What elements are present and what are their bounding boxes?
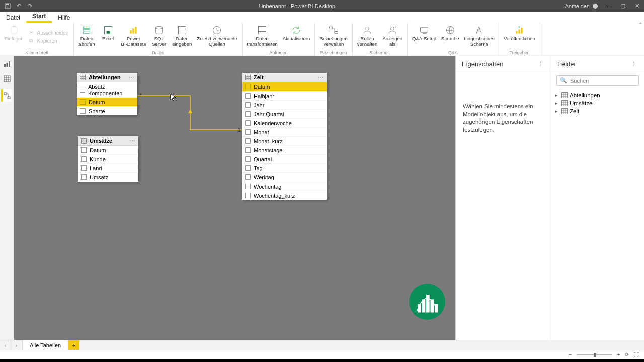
fields-table-node[interactable]: ▸Abteilungen [554,91,641,99]
table-field[interactable]: Monatstage [242,146,327,155]
table-icon [561,92,568,98]
ribbon-group-queries: Daten transformieren Aktualisieren Abfra… [243,23,315,56]
fields-table-node[interactable]: ▸Zeit [554,107,641,115]
sql-server-button[interactable]: SQL Server [149,24,169,50]
table-field[interactable]: Wochentag_kurz [242,191,327,200]
table-field[interactable]: Datum [242,82,327,92]
table-field[interactable]: Tag [242,164,327,173]
excel-button[interactable]: Excel [99,24,118,50]
publish-icon [514,25,525,36]
table-card-umsaetze[interactable]: Umsätze ··· DatumKundeLandUmsatz [78,136,138,182]
linguistic-schema-button[interactable]: Linguistisches Schema [462,24,496,50]
table-field[interactable]: Datum [77,98,137,107]
language-button[interactable]: Sprache [440,24,460,50]
pbi-datasets-button[interactable]: Power BI-Datasets [120,24,148,50]
page-nav-prev[interactable]: ‹ [0,340,11,350]
table-field[interactable]: Umsatz [78,173,138,182]
model-canvas[interactable]: * 1 Abteilungen ··· Absatz KomponentenDa… [14,56,455,340]
tab-help[interactable]: Hilfe [52,13,76,23]
svg-rect-26 [4,93,7,95]
svg-rect-23 [6,63,8,67]
zoom-slider[interactable] [577,354,612,355]
fields-pane-header[interactable]: Felder 〉 [551,56,644,72]
refresh-button[interactable]: Aktualisieren [281,24,311,50]
status-bar: − + ⟳ ⛶ [0,350,644,359]
page-nav-next[interactable]: › [11,340,22,350]
table-field[interactable]: Monat [242,128,327,137]
table-field[interactable]: Datum [78,146,138,155]
tab-file[interactable]: Datei [0,13,26,23]
undo-icon[interactable]: ↶ [15,3,22,10]
table-field[interactable]: Quartal [242,155,327,164]
table-card-abteilungen[interactable]: Abteilungen ··· Absatz KomponentenDatumS… [77,73,137,115]
table-header[interactable]: Zeit ··· [242,73,327,82]
qa-setup-button[interactable]: Q&A-Setup [411,24,438,50]
zoom-out-button[interactable]: − [569,352,572,357]
fullscreen-button[interactable]: ⛶ [634,352,639,357]
add-page-button[interactable]: + [68,340,79,350]
get-data-button[interactable]: Daten abrufen [77,24,96,50]
scissors-icon: ✂ [29,30,35,36]
table-field[interactable]: Kalenderwoche [242,119,327,128]
table-field[interactable]: Monat_kurz [242,137,327,146]
table-field[interactable]: Land [78,164,138,173]
publish-button[interactable]: Veröffentlichen [502,24,537,50]
field-icon [80,87,85,93]
chevron-right-icon[interactable]: 〉 [539,60,545,68]
enter-data-button[interactable]: Daten eingeben [171,24,193,50]
fields-table-node[interactable]: ▸Umsätze [554,99,641,107]
recent-sources-button[interactable]: Zuletzt verwendete Quellen [195,24,238,50]
tab-home[interactable]: Start [26,11,52,23]
table-field[interactable]: Sparte [77,107,137,115]
table-field[interactable]: Halbjahr [242,92,327,101]
transform-data-button[interactable]: Daten transformieren [246,24,279,50]
table-menu-button[interactable]: ··· [129,75,134,80]
cut-button[interactable]: ✂Ausschneiden [27,29,71,36]
field-icon [245,120,251,126]
table-header[interactable]: Umsätze ··· [78,136,138,146]
collapse-ribbon-button[interactable]: ⌃ [638,22,642,27]
data-view-button[interactable] [3,74,12,83]
copy-button[interactable]: ⧉Kopieren [27,37,71,44]
table-field[interactable]: Wochentag [242,182,327,191]
table-field[interactable]: Werktag [242,173,327,182]
field-icon [245,138,251,144]
zoom-in-button[interactable]: + [617,352,620,357]
fields-search-input[interactable]: 🔍 Suchen [556,75,639,86]
table-field[interactable]: Kunde [78,155,138,164]
table-field[interactable]: Absatz Komponenten [77,82,137,98]
svg-rect-31 [245,75,250,80]
view-as-button[interactable]: Anzeigen als [381,24,404,50]
table-menu-button[interactable]: ··· [130,138,135,144]
paste-button[interactable]: Einfügen [3,24,25,50]
table-header[interactable]: Abteilungen ··· [77,73,137,82]
table-menu-button[interactable]: ··· [318,75,324,80]
close-button[interactable]: ✕ [630,0,644,12]
redo-icon[interactable]: ↷ [26,3,33,10]
save-icon[interactable] [4,3,11,10]
fields-pane: Felder 〉 🔍 Suchen ▸Abteilungen▸Umsätze▸Z… [551,56,644,340]
ribbon-group-clipboard: Einfügen ✂Ausschneiden ⧉Kopieren Klemmbr… [0,23,74,56]
manage-roles-button[interactable]: Rollen verwalten [356,24,379,50]
minimize-button[interactable]: — [602,0,616,12]
ribbon-group-security: Rollen verwalten Anzeigen als Sicherheit [353,23,408,56]
language-icon [445,25,456,36]
field-icon [80,108,86,114]
fit-to-page-button[interactable]: ⟳ [625,352,629,357]
page-tab-all-tables[interactable]: Alle Tabellen [22,340,68,350]
sign-in-button[interactable]: Anmelden [560,3,602,9]
svg-rect-2 [11,27,17,34]
svg-rect-29 [80,75,85,80]
manage-relationships-button[interactable]: Beziehungen verwalten [318,24,349,50]
chevron-right-icon[interactable]: 〉 [632,60,638,68]
svg-rect-14 [335,32,338,34]
maximize-button[interactable]: ▢ [616,0,630,12]
enter-data-icon [177,25,188,36]
table-field[interactable]: Jahr Quartal [242,110,327,119]
report-view-button[interactable] [3,59,12,68]
search-icon: 🔍 [560,77,567,84]
model-view-button[interactable] [1,89,12,102]
properties-pane-header[interactable]: Eigenschaften 〉 [456,56,551,72]
table-card-zeit[interactable]: Zeit ··· DatumHalbjahrJahrJahr QuartalKa… [242,73,327,200]
table-field[interactable]: Jahr [242,101,327,110]
